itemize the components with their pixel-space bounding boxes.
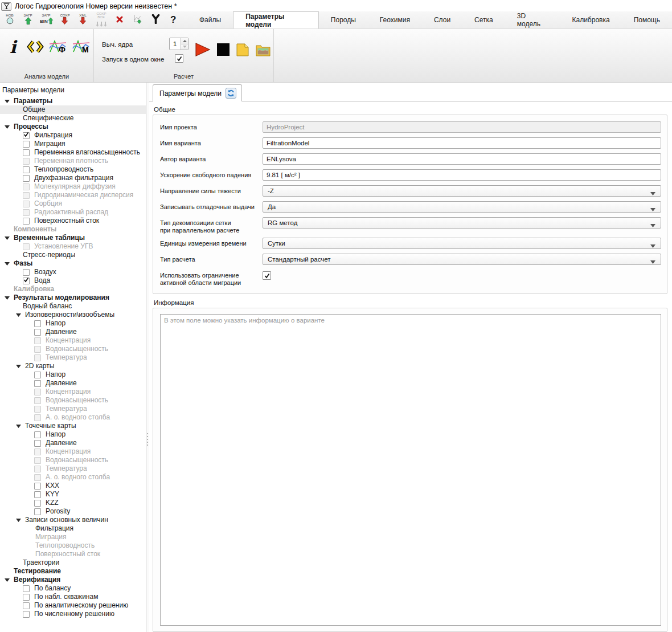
tree-expander-icon[interactable] xyxy=(5,262,10,266)
calc-type-select[interactable]: Стандартный расчет xyxy=(263,254,661,265)
variant-author-input[interactable] xyxy=(263,153,661,165)
migration-analysis-button[interactable]: М xyxy=(72,39,91,56)
tree-item[interactable]: Концентрация xyxy=(0,388,146,396)
tree-item[interactable]: Общие xyxy=(0,105,146,114)
tree-item-checkbox[interactable] xyxy=(23,132,30,139)
tree-item[interactable]: Поверхностный сток xyxy=(0,550,146,558)
tree-item[interactable]: По балансу xyxy=(0,584,146,593)
ribbon-tab-параметры-модели[interactable]: Параметры модели xyxy=(233,11,319,28)
tree-item[interactable]: Теплопроводность xyxy=(0,541,146,550)
tree-item[interactable]: По набл. скважинам xyxy=(0,593,146,601)
tree-item[interactable]: Теплопроводность xyxy=(0,165,146,174)
ribbon-tab-калибровка[interactable]: Калибровка xyxy=(560,11,621,28)
results-button[interactable] xyxy=(255,43,271,59)
settings-button[interactable] xyxy=(148,12,163,28)
tree-item-checkbox[interactable] xyxy=(34,491,41,498)
tree-item[interactable]: Температура xyxy=(0,405,146,413)
tree-item-checkbox[interactable] xyxy=(23,585,30,592)
log-button[interactable] xyxy=(235,43,250,59)
document-tab-model-params[interactable]: Параметры модели xyxy=(153,84,242,101)
tree-item-checkbox[interactable] xyxy=(23,141,30,148)
tree-item[interactable]: Специфические xyxy=(0,114,146,123)
tree-item[interactable]: Porosity xyxy=(0,507,146,516)
tree-item-checkbox[interactable] xyxy=(23,175,30,182)
plot-button[interactable] xyxy=(130,12,145,28)
stop-button[interactable] xyxy=(216,43,230,59)
tree-item[interactable]: Напор xyxy=(0,319,146,328)
tree-item[interactable]: Калибровка xyxy=(0,285,146,293)
tree-item[interactable]: Температура xyxy=(0,353,146,362)
load-button[interactable]: ЗАГР xyxy=(21,12,36,28)
tree-item[interactable]: KYY xyxy=(0,490,146,499)
tree-item[interactable]: Сорбция xyxy=(0,199,146,208)
ribbon-tab-геохимия[interactable]: Геохимия xyxy=(368,11,422,28)
tree-item[interactable]: Переменная влагонасыщенность xyxy=(0,148,146,157)
tree-item[interactable]: По аналитическому решению xyxy=(0,601,146,610)
tree-item[interactable]: Фильтрация xyxy=(0,131,146,140)
tree-item[interactable]: 2D карты xyxy=(0,362,146,370)
run-button[interactable] xyxy=(194,42,211,60)
tree-item[interactable]: Поверхностный сток xyxy=(0,217,146,225)
migration-limit-checkbox[interactable] xyxy=(263,271,271,280)
tree-item[interactable]: Изоповерхности\изообъемы xyxy=(0,311,146,319)
tree-item[interactable]: Вода xyxy=(0,276,146,285)
panel-splitter[interactable] xyxy=(146,83,149,632)
tree-item[interactable]: Давление xyxy=(0,328,146,336)
tree-item[interactable]: Стресс-периоды xyxy=(0,251,146,259)
tree-item[interactable]: Фильтрация xyxy=(0,524,146,533)
tree-expander-icon[interactable] xyxy=(16,313,21,317)
tree-item-checkbox[interactable] xyxy=(34,508,41,515)
tree-item[interactable]: Компоненты xyxy=(0,225,146,234)
debug-output-select[interactable]: Да xyxy=(263,201,661,213)
tree-item[interactable]: Водонасыщенность xyxy=(0,396,146,405)
tree-item-checkbox[interactable] xyxy=(34,431,41,438)
tree-item-checkbox[interactable] xyxy=(23,218,30,225)
tree-item[interactable]: По численному решению xyxy=(0,610,146,618)
tree-expander-icon[interactable] xyxy=(5,100,10,103)
tree-item-checkbox[interactable] xyxy=(34,329,41,336)
tree-item[interactable]: Процессы xyxy=(0,123,146,131)
tree-item[interactable]: Фазы xyxy=(0,259,146,268)
grid-decomposition-select[interactable]: RG метод xyxy=(263,217,661,229)
tree-item[interactable]: Переменная плотность xyxy=(0,157,146,165)
tree-item[interactable]: Концентрация xyxy=(0,336,146,345)
tree-expander-icon[interactable] xyxy=(16,365,21,368)
new-button[interactable]: НОВ xyxy=(2,12,18,28)
time-units-select[interactable]: Сутки xyxy=(263,238,661,249)
tree-item[interactable]: А. о. водного столба xyxy=(0,473,146,482)
tree-item[interactable]: Записи основных величин xyxy=(0,516,146,524)
gravity-accel-input[interactable] xyxy=(263,169,661,181)
variant-name-input[interactable] xyxy=(263,137,661,149)
tree-item-checkbox[interactable] xyxy=(34,380,41,387)
tree-item[interactable]: Верификация xyxy=(0,576,146,584)
tree-item[interactable]: Давление xyxy=(0,439,146,447)
tree-item-checkbox[interactable] xyxy=(23,149,30,156)
tree-item[interactable]: Воздух xyxy=(0,268,146,276)
tree-item[interactable]: Напор xyxy=(0,430,146,439)
save-xml-button[interactable]: XML xyxy=(75,12,91,28)
gravity-direction-select[interactable]: -Z xyxy=(263,185,661,197)
tree-item-checkbox[interactable] xyxy=(34,440,41,447)
tree-expander-icon[interactable] xyxy=(5,578,10,582)
filtration-analysis-button[interactable]: Ф xyxy=(49,39,67,56)
tree-item[interactable]: Концентрация xyxy=(0,447,146,456)
tree-item[interactable]: Точечные карты xyxy=(0,422,146,430)
delete-button[interactable] xyxy=(112,12,127,28)
tree-item[interactable]: Временные таблицы xyxy=(0,234,146,242)
ribbon-tab-слои[interactable]: Слои xyxy=(422,11,462,28)
tree-item-checkbox[interactable] xyxy=(34,483,41,490)
tree-item[interactable]: Параметры xyxy=(0,97,146,105)
project-name-input[interactable] xyxy=(263,121,661,133)
tree-expander-icon[interactable] xyxy=(5,125,10,129)
app-logo-icon[interactable] xyxy=(1,2,11,11)
tree-expander-icon[interactable] xyxy=(5,237,10,240)
tree-item[interactable]: KXX xyxy=(0,482,146,490)
ribbon-tab-помощь[interactable]: Помощь xyxy=(622,11,672,28)
tree-item[interactable]: Гидродинамическая дисперсия xyxy=(0,191,146,199)
spinner-down-button[interactable] xyxy=(181,44,188,50)
tree-item-checkbox[interactable] xyxy=(34,320,41,327)
tree-item-checkbox[interactable] xyxy=(34,372,41,378)
tree-item[interactable]: А. о. водного столба xyxy=(0,413,146,422)
model-info-button[interactable]: i xyxy=(9,38,22,58)
ribbon-tab-файлы[interactable]: Файлы xyxy=(187,11,233,28)
